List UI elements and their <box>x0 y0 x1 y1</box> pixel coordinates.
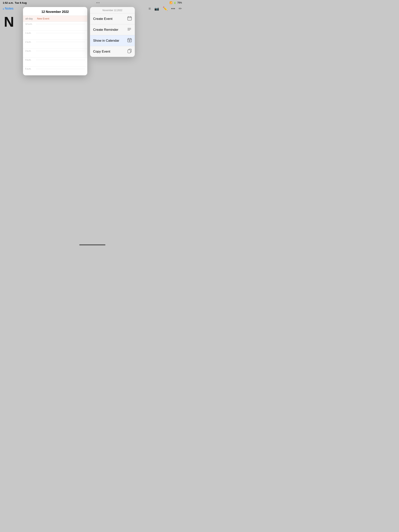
calendar-time-slots: 12 a.m. 1 a.m. 2 a.m. 3 a.m. 4 a.m. 5 a.… <box>23 21 87 75</box>
status-bar: 1:52 a.m. Tue 9 Aug ••• 📶 🔋 76% <box>0 0 185 6</box>
svg-point-14 <box>129 40 130 41</box>
more-icon[interactable]: ••• <box>171 6 175 11</box>
calendar-popover: 12 November 2022 all-day New Event 12 a.… <box>23 7 87 75</box>
create-event-item[interactable]: Create Event <box>90 13 135 24</box>
copy-event-label: Copy Event <box>93 50 110 54</box>
allday-event: New Event <box>37 17 49 20</box>
back-chevron-icon: ‹ <box>3 6 4 11</box>
svg-point-7 <box>128 28 128 28</box>
time-slot-1am: 1 a.m. <box>23 31 87 39</box>
status-time: 1:52 a.m. <box>3 1 14 4</box>
time-slot-12am: 12 a.m. <box>23 22 87 31</box>
svg-rect-0 <box>128 17 131 20</box>
back-label: Notes <box>5 7 13 11</box>
show-in-calendar-label: Show in Calendar <box>93 39 119 43</box>
context-menu: November 12,2022 Create Event Create Rem… <box>90 7 135 57</box>
svg-point-8 <box>128 29 128 29</box>
context-menu-header: November 12,2022 <box>90 7 135 13</box>
calendar-title: 12 November 2022 <box>23 7 87 16</box>
wifi-icon: 📶 <box>169 1 172 4</box>
home-indicator <box>79 244 105 245</box>
time-label-2am: 2 a.m. <box>25 39 36 43</box>
battery-icon: 🔋 <box>174 1 176 4</box>
notes-back-button[interactable]: ‹ Notes <box>3 6 13 11</box>
status-icons-group: 📶 🔋 76% <box>169 1 182 4</box>
create-reminder-label: Create Reminder <box>93 28 118 32</box>
time-slot-2am: 2 a.m. <box>23 39 87 49</box>
copy-event-icon <box>127 49 132 54</box>
notes-toolbar-right: ≡ 📷 ✏️ ••• ✏ <box>148 6 182 11</box>
status-dots: ••• <box>96 1 100 4</box>
time-slot-4am: 4 a.m. <box>23 57 87 66</box>
battery-percent: 76% <box>177 1 182 4</box>
notes-text-initial: N <box>4 14 14 30</box>
allday-label: all-day <box>25 17 37 20</box>
create-event-label: Create Event <box>93 17 112 21</box>
list-icon[interactable]: ≡ <box>148 6 151 11</box>
create-reminder-item[interactable]: Create Reminder <box>90 24 135 35</box>
compose-icon[interactable]: ✏ <box>179 6 182 11</box>
svg-point-9 <box>128 30 128 30</box>
svg-rect-10 <box>128 38 131 42</box>
time-label-12am: 12 a.m. <box>25 22 36 25</box>
svg-rect-16 <box>128 50 130 53</box>
camera-icon[interactable]: 📷 <box>154 6 159 11</box>
markup-icon[interactable]: ✏️ <box>163 6 167 11</box>
show-in-calendar-item[interactable]: Show in Calendar <box>90 35 135 46</box>
time-slot-3am: 3 a.m. <box>23 49 87 57</box>
show-in-calendar-icon <box>127 38 132 43</box>
copy-event-item[interactable]: Copy Event <box>90 46 135 57</box>
time-label-5am: 5 a.m. <box>25 66 36 70</box>
status-date: Tue 9 Aug <box>15 1 27 4</box>
create-reminder-icon <box>127 27 132 32</box>
create-event-icon <box>127 16 132 21</box>
time-label-4am: 4 a.m. <box>25 57 36 61</box>
time-label-3am: 3 a.m. <box>25 49 36 52</box>
time-label-1am: 1 a.m. <box>25 31 36 34</box>
time-slot-5am: 5 a.m. <box>23 66 87 75</box>
calendar-allday-row: all-day New Event <box>23 16 87 21</box>
